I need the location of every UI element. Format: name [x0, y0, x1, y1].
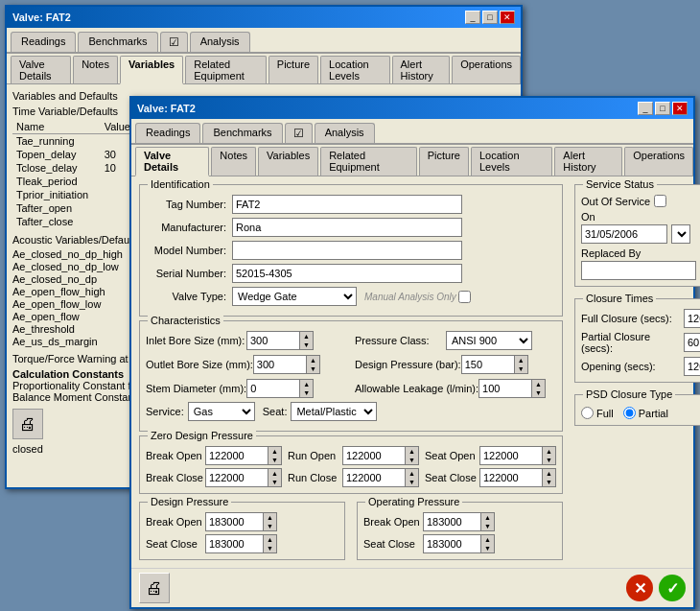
service-select[interactable]: Gas Liquid Steam — [188, 402, 255, 421]
bg-tab-readings[interactable]: Readings — [11, 32, 76, 52]
zd-break-open-label: Break Open — [146, 450, 203, 461]
zd-break-open-down[interactable]: ▼ — [268, 456, 281, 464]
manufacturer-input[interactable] — [232, 218, 462, 237]
op-break-open-input[interactable] — [423, 512, 480, 531]
bg-minimize-btn[interactable]: _ — [465, 11, 480, 24]
zd-break-open-up[interactable]: ▲ — [268, 447, 281, 456]
zd-seat-open-down[interactable]: ▼ — [543, 456, 555, 464]
bg-tab2-alert-history[interactable]: Alert History — [392, 56, 451, 83]
op-seat-close-down[interactable]: ▼ — [481, 544, 494, 552]
design-pressure-up[interactable]: ▲ — [515, 356, 527, 364]
design-pressure-input[interactable] — [461, 355, 514, 374]
fg-tab2-location-levels[interactable]: Location Levels — [471, 147, 552, 176]
op-break-open-up[interactable]: ▲ — [481, 513, 494, 522]
print-icon[interactable]: 🖨 — [12, 409, 43, 439]
zd-seat-close-input[interactable] — [479, 468, 542, 487]
manual-analysis-checkbox[interactable] — [458, 291, 471, 303]
full-closure-input[interactable] — [684, 309, 700, 328]
valve-type-select[interactable]: Wedge Gate Globe Ball Butterfly — [232, 287, 357, 306]
zd-seat-open-up[interactable]: ▲ — [543, 447, 555, 456]
op-seat-close-up[interactable]: ▲ — [481, 535, 494, 544]
outlet-bore-input[interactable] — [253, 355, 306, 374]
zd-break-close-down[interactable]: ▼ — [268, 478, 281, 486]
bg-tab-analysis[interactable]: Analysis — [190, 32, 250, 52]
dp-seat-close-up[interactable]: ▲ — [264, 535, 276, 544]
stem-diameter-down[interactable]: ▼ — [300, 388, 313, 397]
bg-tab2-notes[interactable]: Notes — [73, 56, 118, 83]
opening-input[interactable] — [684, 357, 700, 376]
fg-tab2-alert-history[interactable]: Alert History — [554, 147, 622, 176]
op-break-open-down[interactable]: ▼ — [481, 522, 494, 530]
fg-tab-benchmarks[interactable]: Benchmarks — [202, 123, 282, 143]
ok-button[interactable]: ✓ — [659, 575, 686, 601]
zd-seat-close-down[interactable]: ▼ — [543, 478, 555, 486]
cancel-button[interactable]: ✕ — [626, 575, 653, 601]
out-of-service-checkbox[interactable] — [654, 195, 666, 207]
zd-run-open-input[interactable] — [342, 446, 405, 465]
model-number-input[interactable] — [232, 241, 462, 260]
outlet-bore-up[interactable]: ▲ — [307, 356, 319, 364]
dp-break-open-down[interactable]: ▼ — [264, 522, 276, 530]
bg-tab2-variables[interactable]: Variables — [120, 56, 183, 84]
fg-tab2-valve-details[interactable]: Valve Details — [135, 147, 209, 176]
pressure-class-select[interactable]: ANSI 900 ANSI 150 ANSI 300 ANSI 600 — [446, 331, 532, 350]
psd-full-radio[interactable] — [581, 407, 594, 419]
bg-tab2-operations[interactable]: Operations — [452, 56, 521, 83]
stem-diameter-input[interactable] — [246, 379, 299, 398]
replaced-by-input[interactable] — [581, 261, 696, 280]
bg-tab2-valve-details[interactable]: Valve Details — [11, 56, 71, 83]
dp-seat-close-input[interactable] — [205, 534, 263, 553]
zd-run-open-down[interactable]: ▼ — [406, 456, 418, 464]
zd-run-close-down[interactable]: ▼ — [406, 478, 418, 486]
zd-break-close-up[interactable]: ▲ — [268, 469, 281, 478]
op-seat-close-input[interactable] — [423, 534, 480, 553]
on-date-dropdown[interactable]: ▼ — [671, 224, 690, 244]
allowable-leakage-up[interactable]: ▲ — [532, 380, 545, 388]
bg-maximize-btn[interactable]: □ — [482, 11, 498, 24]
dp-break-open-input[interactable] — [205, 512, 263, 531]
inlet-bore-input[interactable] — [246, 331, 299, 350]
on-date-input[interactable] — [581, 224, 667, 244]
fg-maximize-btn[interactable]: □ — [655, 102, 670, 115]
inlet-bore-down[interactable]: ▼ — [300, 341, 313, 349]
dp-break-open-up[interactable]: ▲ — [264, 513, 276, 522]
bg-close-btn[interactable]: ✕ — [500, 11, 515, 24]
opening-label: Opening (secs): — [581, 361, 682, 372]
dp-seat-close-down[interactable]: ▼ — [264, 544, 276, 552]
bg-tab2-related-equipment[interactable]: Related Equipment — [185, 56, 267, 83]
allowable-leakage-input[interactable] — [478, 379, 531, 398]
zd-seat-close-up[interactable]: ▲ — [543, 469, 555, 478]
fg-tab-analysis[interactable]: Analysis — [315, 123, 375, 143]
fg-close-btn[interactable]: ✕ — [672, 102, 688, 115]
fg-minimize-btn[interactable]: _ — [638, 102, 653, 115]
bg-tab2-picture[interactable]: Picture — [268, 56, 318, 83]
zd-run-close-up[interactable]: ▲ — [406, 469, 418, 478]
bg-tab2-location-levels[interactable]: Location Levels — [320, 56, 389, 83]
identification-group: Identification Tag Number: Manufacturer:… — [139, 184, 563, 317]
manual-analysis-label: Manual Analysis Only — [364, 292, 456, 302]
fg-tab2-picture[interactable]: Picture — [419, 147, 469, 176]
zd-break-close-input[interactable] — [205, 468, 268, 487]
print-icon-fg[interactable]: 🖨 — [139, 573, 170, 603]
outlet-bore-down[interactable]: ▼ — [307, 364, 319, 373]
fg-tab2-variables[interactable]: Variables — [258, 147, 318, 176]
stem-diameter-up[interactable]: ▲ — [300, 380, 313, 388]
tag-number-input[interactable] — [232, 195, 462, 214]
psd-partial-radio[interactable] — [623, 407, 636, 419]
bg-tab-benchmarks[interactable]: Benchmarks — [78, 32, 157, 52]
fg-tab2-notes[interactable]: Notes — [211, 147, 256, 176]
fg-tab2-operations[interactable]: Operations — [624, 147, 693, 176]
fg-tab2-related-equipment[interactable]: Related Equipment — [320, 147, 417, 176]
inlet-bore-up[interactable]: ▲ — [300, 332, 313, 341]
zd-seat-open-input[interactable] — [479, 446, 542, 465]
seat-select[interactable]: Metal/Plastic Metal Soft — [291, 402, 377, 421]
allowable-leakage-down[interactable]: ▼ — [532, 388, 545, 397]
zd-break-open-input[interactable] — [205, 446, 268, 465]
zd-run-open-up[interactable]: ▲ — [406, 447, 418, 456]
serial-number-input[interactable] — [232, 264, 462, 283]
design-pressure-down[interactable]: ▼ — [515, 364, 527, 373]
zd-run-close-input[interactable] — [342, 468, 405, 487]
fg-tab-readings[interactable]: Readings — [135, 123, 200, 143]
partial-closure-input[interactable] — [684, 333, 700, 352]
fg-tab-check-icon: ☑ — [293, 127, 304, 140]
